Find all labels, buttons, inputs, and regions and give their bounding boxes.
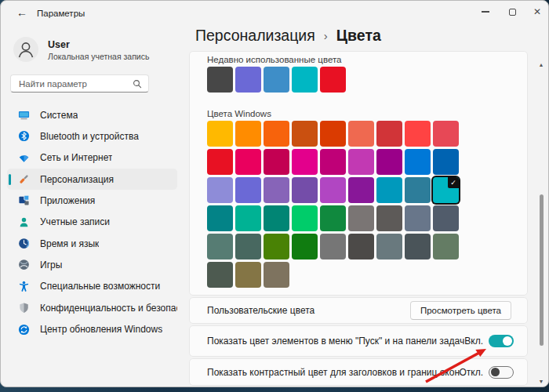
windows-color-swatch[interactable] [405, 205, 431, 231]
windows-color-swatch[interactable] [207, 149, 233, 175]
recent-colors-label: Недавно использованные цвета [207, 55, 341, 64]
windows-color-swatch[interactable] [320, 205, 346, 231]
windows-color-swatch[interactable] [348, 177, 374, 203]
windows-color-swatch[interactable] [405, 149, 431, 175]
page-title: Цвета [336, 27, 381, 45]
windows-color-swatch[interactable] [207, 205, 233, 231]
windows-color-swatch[interactable] [207, 234, 233, 260]
windows-color-swatch[interactable] [264, 121, 289, 147]
windows-color-swatch[interactable] [264, 205, 289, 231]
accent-on-start-label: Показать цвет элементов в меню "Пуск" и … [207, 336, 464, 347]
windows-color-swatch[interactable] [433, 149, 459, 175]
windows-color-swatch[interactable] [405, 234, 431, 260]
minimize-button[interactable] [473, 1, 498, 23]
sidebar-item-network[interactable]: Сеть и Интернет [7, 147, 177, 169]
scrollbar-down-icon[interactable]: ▼ [536, 379, 546, 384]
windows-color-swatch[interactable] [405, 177, 431, 203]
sidebar-item-gaming[interactable]: Игры [7, 254, 177, 275]
breadcrumb-personalization[interactable]: Персонализация [195, 27, 315, 45]
breadcrumb: Персонализация › Цвета [195, 27, 381, 45]
windows-color-swatch[interactable] [235, 234, 261, 260]
avatar[interactable] [13, 37, 38, 62]
minimize-icon [482, 11, 489, 12]
scrollbar-up-icon[interactable]: ▲ [536, 62, 546, 67]
windows-color-swatch[interactable] [292, 177, 318, 203]
sidebar-item-personalization[interactable]: Персонализация [7, 169, 177, 190]
windows-color-swatch[interactable] [264, 262, 289, 288]
recent-color-swatch[interactable] [292, 67, 318, 93]
windows-color-swatch[interactable] [235, 149, 261, 175]
colors-card: Недавно использованные цвета Цвета Windo… [189, 51, 528, 296]
windows-color-swatch[interactable] [320, 177, 346, 203]
windows-color-swatch-selected[interactable]: ✓ [433, 177, 459, 203]
windows-color-swatch[interactable] [376, 149, 402, 175]
custom-colors-label: Пользовательские цвета [207, 305, 314, 316]
windows-color-swatch[interactable] [292, 234, 318, 260]
accent-on-start-row: Показать цвет элементов в меню "Пуск" и … [189, 325, 528, 357]
windows-color-swatch[interactable] [348, 121, 374, 147]
windows-color-swatch[interactable] [207, 177, 233, 203]
windows-colors-label: Цвета Windows [207, 109, 271, 118]
windows-color-swatch[interactable] [405, 121, 431, 147]
accessibility-icon [18, 280, 31, 292]
title-bar-color-toggle[interactable] [489, 366, 514, 379]
windows-color-swatch[interactable] [264, 149, 289, 175]
windows-colors-grid: ✓ [207, 121, 459, 288]
windows-color-swatch[interactable] [264, 177, 289, 203]
sidebar-item-accounts[interactable]: Учетные записи [7, 212, 177, 233]
close-icon: ✕ [533, 6, 541, 17]
check-icon: ✓ [448, 177, 459, 188]
sidebar-item-time-language[interactable]: Время и язык [7, 233, 177, 254]
windows-color-swatch[interactable] [348, 149, 374, 175]
windows-color-swatch[interactable] [376, 177, 402, 203]
recent-color-swatch[interactable] [207, 67, 233, 93]
desktop: ← Параметры ✕ User Локальная учетная зап… [0, 0, 549, 392]
windows-color-swatch[interactable] [348, 234, 374, 260]
custom-colors-row: Пользовательские цвета Просмотреть цвета [189, 297, 528, 324]
time-language-icon [18, 238, 31, 250]
windows-color-swatch[interactable] [292, 121, 318, 147]
windows-color-swatch[interactable] [320, 121, 346, 147]
windows-color-swatch[interactable] [235, 205, 261, 231]
windows-color-swatch[interactable] [376, 205, 402, 231]
accent-on-start-toggle[interactable] [489, 335, 514, 347]
windows-color-swatch[interactable] [292, 149, 318, 175]
sidebar-item-label: Время и язык [40, 238, 99, 249]
recent-color-swatch[interactable] [235, 67, 261, 93]
windows-color-swatch[interactable] [433, 121, 459, 147]
accent-on-start-state: Вкл. [464, 336, 483, 347]
windows-color-swatch[interactable] [348, 205, 374, 231]
browse-colors-button[interactable]: Просмотреть цвета [410, 301, 511, 320]
sidebar-item-bluetooth[interactable]: Bluetooth и устройства [7, 125, 177, 147]
recent-color-swatch[interactable] [320, 67, 346, 93]
sidebar-item-label: Сеть и Интернет [40, 152, 112, 163]
close-button[interactable]: ✕ [525, 1, 549, 23]
windows-color-swatch[interactable] [376, 234, 402, 260]
sidebar-item-apps[interactable]: Приложения [7, 190, 177, 211]
windows-color-swatch[interactable] [235, 177, 261, 203]
windows-color-swatch[interactable] [320, 149, 346, 175]
windows-color-swatch[interactable] [433, 234, 459, 260]
sidebar-item-accessibility[interactable]: Специальные возможности [7, 276, 177, 297]
title-bar-color-state: Откл. [459, 367, 483, 378]
windows-color-swatch[interactable] [207, 262, 233, 288]
title-bar-color-row: Показать контрастный цвет для заголовков… [189, 358, 528, 386]
sidebar-item-system[interactable]: Система [7, 104, 177, 125]
recent-color-swatch[interactable] [264, 67, 289, 93]
sidebar-item-label: Персонализация [40, 174, 114, 185]
windows-color-swatch[interactable] [433, 205, 459, 231]
windows-color-swatch[interactable] [292, 205, 318, 231]
windows-color-swatch[interactable] [376, 121, 402, 147]
search-input[interactable] [17, 76, 127, 91]
maximize-button[interactable] [500, 1, 525, 23]
windows-color-swatch[interactable] [207, 121, 233, 147]
windows-color-swatch[interactable] [235, 262, 261, 288]
user-name: User [48, 39, 70, 50]
windows-color-swatch[interactable] [320, 234, 346, 260]
sidebar-item-privacy[interactable]: Конфиденциальность и безопас [7, 297, 177, 318]
back-button[interactable]: ← [16, 6, 27, 19]
windows-color-swatch[interactable] [264, 234, 289, 260]
windows-color-swatch[interactable] [235, 121, 261, 147]
scrollbar-thumb[interactable] [540, 194, 544, 346]
sidebar-item-windows-update[interactable]: Центр обновления Windows [7, 319, 177, 340]
